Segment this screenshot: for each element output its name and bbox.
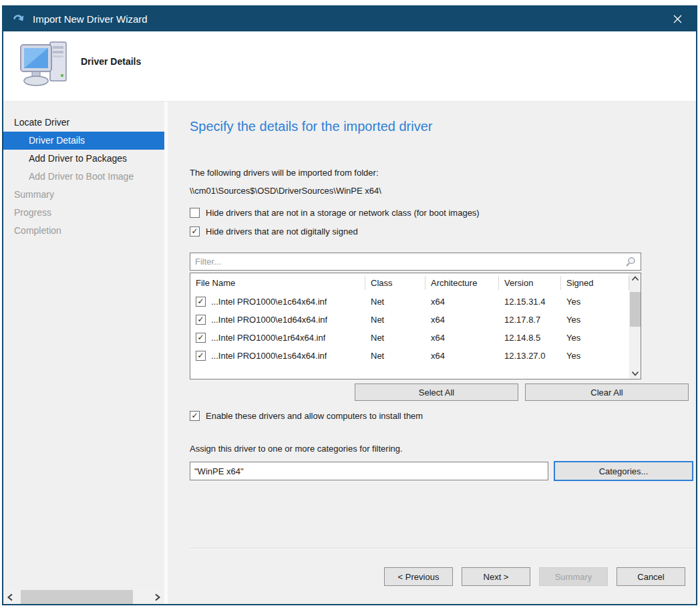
content-heading: Specify the details for the imported dri… bbox=[190, 119, 696, 134]
title-bar: Import New Driver Wizard bbox=[3, 7, 696, 31]
summary-button: Summary bbox=[539, 567, 608, 586]
class-cell: Net bbox=[365, 333, 425, 343]
class-cell: Net bbox=[365, 315, 425, 325]
scroll-right-icon[interactable] bbox=[151, 590, 164, 604]
category-field-row: Categories... bbox=[190, 461, 696, 481]
page-title: Driver Details bbox=[81, 56, 141, 67]
hide-storage-checkbox[interactable]: ✓ bbox=[190, 208, 200, 218]
architecture-cell: x64 bbox=[425, 333, 499, 343]
sidebar-horizontal-scrollbar[interactable] bbox=[3, 590, 164, 604]
wizard-footer: < Previous Next > Summary Cancel bbox=[190, 549, 696, 604]
main-content: Specify the details for the imported dri… bbox=[168, 102, 696, 604]
folder-path: \\cm01\Sources$\OSD\DriverSources\WinPE … bbox=[190, 186, 696, 196]
category-input[interactable] bbox=[190, 462, 548, 480]
scroll-down-icon[interactable] bbox=[630, 368, 641, 379]
vertical-scrollbar-track[interactable] bbox=[630, 327, 641, 368]
signed-cell: Yes bbox=[561, 297, 629, 307]
step-summary: Summary bbox=[3, 186, 164, 204]
col-class[interactable]: Class bbox=[365, 276, 425, 290]
file-name-cell: ...Intel PRO1000\e1s64x64.inf bbox=[211, 351, 327, 361]
computer-icon bbox=[19, 38, 71, 94]
table-vertical-scrollbar[interactable] bbox=[629, 273, 641, 379]
horizontal-scrollbar-thumb[interactable] bbox=[21, 590, 133, 604]
file-name-cell: ...Intel PRO1000\e1r64x64.inf bbox=[211, 333, 325, 343]
version-cell: 12.15.31.4 bbox=[499, 297, 561, 307]
row-checkbox[interactable]: ✓ bbox=[196, 297, 206, 307]
col-version[interactable]: Version bbox=[499, 276, 561, 290]
step-progress: Progress bbox=[3, 204, 164, 222]
wizard-header: Driver Details bbox=[3, 31, 696, 102]
wizard-steps-sidebar: Locate Driver Driver Details Add Driver … bbox=[3, 102, 164, 604]
file-name-cell: ...Intel PRO1000\e1d64x64.inf bbox=[211, 315, 327, 325]
wizard-arrow-icon bbox=[12, 13, 25, 26]
next-button[interactable]: Next > bbox=[462, 567, 530, 586]
window-title: Import New Driver Wizard bbox=[33, 13, 148, 25]
row-checkbox[interactable]: ✓ bbox=[196, 351, 206, 361]
signed-cell: Yes bbox=[561, 315, 629, 325]
col-file-name[interactable]: File Name bbox=[190, 276, 365, 290]
row-checkbox[interactable]: ✓ bbox=[196, 315, 206, 325]
hide-storage-checkbox-row: ✓ Hide drivers that are not in a storage… bbox=[190, 208, 696, 218]
enable-drivers-label: Enable these drivers and allow computers… bbox=[206, 411, 423, 421]
search-icon bbox=[625, 257, 636, 267]
select-all-button[interactable]: Select All bbox=[355, 384, 518, 401]
wizard-body: Locate Driver Driver Details Add Driver … bbox=[3, 102, 696, 604]
signed-cell: Yes bbox=[561, 333, 629, 343]
intro-text: The following drivers will be imported f… bbox=[190, 168, 696, 178]
step-driver-details: Driver Details bbox=[3, 132, 164, 150]
previous-button[interactable]: < Previous bbox=[384, 567, 453, 586]
horizontal-scrollbar-track[interactable] bbox=[133, 590, 151, 604]
col-architecture[interactable]: Architecture bbox=[425, 276, 499, 290]
select-buttons-row: Select All Clear All bbox=[190, 384, 689, 401]
hide-unsigned-label: Hide drivers that are not digitally sign… bbox=[206, 226, 358, 237]
filter-input[interactable]: Filter... bbox=[190, 253, 641, 271]
architecture-cell: x64 bbox=[425, 297, 499, 307]
row-checkbox[interactable]: ✓ bbox=[196, 333, 206, 343]
table-row[interactable]: ✓ ...Intel PRO1000\e1s64x64.inf Net x64 … bbox=[190, 347, 629, 365]
architecture-cell: x64 bbox=[425, 315, 499, 325]
file-name-cell: ...Intel PRO1000\e1c64x64.inf bbox=[211, 297, 327, 307]
architecture-cell: x64 bbox=[425, 351, 499, 361]
version-cell: 12.13.27.0 bbox=[499, 351, 561, 361]
version-cell: 12.17.8.7 bbox=[499, 315, 561, 325]
wizard-window: Import New Driver Wizard Driver Details … bbox=[2, 5, 697, 605]
col-signed[interactable]: Signed bbox=[561, 276, 629, 290]
scroll-left-icon[interactable] bbox=[3, 590, 17, 604]
version-cell: 12.14.8.5 bbox=[499, 333, 561, 343]
step-add-driver-to-boot-image: Add Driver to Boot Image bbox=[3, 168, 164, 186]
cancel-button[interactable]: Cancel bbox=[617, 567, 685, 586]
categories-button[interactable]: Categories... bbox=[554, 461, 693, 481]
table-row[interactable]: ✓ ...Intel PRO1000\e1c64x64.inf Net x64 … bbox=[190, 293, 629, 311]
enable-drivers-checkbox-row: ✓ Enable these drivers and allow compute… bbox=[190, 411, 696, 421]
enable-drivers-checkbox[interactable]: ✓ bbox=[190, 411, 200, 421]
step-locate-driver: Locate Driver bbox=[3, 114, 164, 132]
table-row[interactable]: ✓ ...Intel PRO1000\e1r64x64.inf Net x64 … bbox=[190, 329, 629, 347]
class-cell: Net bbox=[365, 351, 425, 361]
scroll-up-icon[interactable] bbox=[630, 273, 641, 284]
driver-table-header: File Name Class Architecture Version Sig… bbox=[190, 273, 629, 293]
filter-placeholder: Filter... bbox=[195, 257, 625, 267]
signed-cell: Yes bbox=[561, 351, 629, 361]
close-icon[interactable] bbox=[659, 7, 696, 31]
table-row[interactable]: ✓ ...Intel PRO1000\e1d64x64.inf Net x64 … bbox=[190, 311, 629, 329]
assign-category-label: Assign this driver to one or more catego… bbox=[190, 444, 696, 454]
clear-all-button[interactable]: Clear All bbox=[525, 384, 689, 401]
hide-unsigned-checkbox-row: ✓ Hide drivers that are not digitally si… bbox=[190, 226, 696, 237]
step-completion: Completion bbox=[3, 222, 164, 240]
class-cell: Net bbox=[365, 297, 425, 307]
driver-table: File Name Class Architecture Version Sig… bbox=[190, 273, 641, 379]
hide-storage-label: Hide drivers that are not in a storage o… bbox=[206, 208, 480, 218]
step-add-driver-to-packages: Add Driver to Packages bbox=[3, 150, 164, 168]
hide-unsigned-checkbox[interactable]: ✓ bbox=[190, 226, 200, 237]
vertical-scrollbar-thumb[interactable] bbox=[630, 292, 641, 327]
